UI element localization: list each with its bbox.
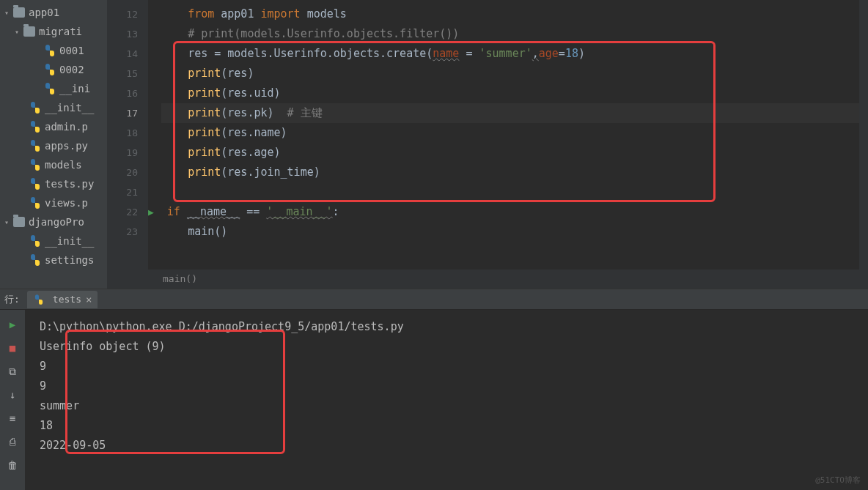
- tree-item-apps[interactable]: apps.py: [0, 136, 107, 155]
- tree-item-migrations[interactable]: ▾ migrati: [0, 22, 107, 41]
- run-panel-label: 行:: [4, 293, 20, 306]
- run-toolbar: ▶ ■ ⧉ ↓ ≡ ⎙ 🗑: [0, 310, 25, 490]
- line-number: 21: [107, 182, 138, 202]
- line-number: 18: [107, 123, 138, 143]
- python-file-icon: [44, 83, 56, 94]
- rerun-button[interactable]: ▶: [4, 316, 21, 333]
- soft-wrap-button[interactable]: ≡: [4, 409, 21, 427]
- code-line[interactable]: print(res.pk) # 主键: [161, 103, 859, 123]
- tree-label: __init__: [45, 102, 94, 114]
- line-number: 16: [107, 83, 138, 103]
- line-number: 12: [107, 4, 138, 24]
- tree-label: apps.py: [45, 140, 88, 152]
- console-line: summer: [40, 396, 853, 416]
- tree-label: 0002: [59, 64, 84, 75]
- code-line[interactable]: print(res.name): [161, 123, 859, 143]
- folder-icon: [13, 7, 25, 18]
- code-line[interactable]: print(res.age): [161, 143, 859, 163]
- console-line: Userinfo object (9): [40, 337, 853, 357]
- line-number-gutter: 12 13 14 15 16 17 18 19 20 21 22 23: [107, 0, 148, 289]
- code-area[interactable]: from app01 import models # print(models.…: [148, 0, 859, 289]
- tree-item-tests[interactable]: tests.py: [0, 174, 107, 193]
- console-output[interactable]: D:\python\python.exe D:/djangoProject9_5…: [25, 310, 868, 490]
- console-line: D:\python\python.exe D:/djangoProject9_5…: [40, 317, 853, 337]
- line-number: 15: [107, 64, 138, 83]
- line-number: 23: [107, 222, 138, 242]
- code-line[interactable]: from app01 import models: [161, 4, 859, 24]
- clear-button[interactable]: 🗑: [4, 456, 21, 474]
- tree-label: admin.p: [45, 121, 88, 133]
- run-tab-name: tests: [53, 294, 81, 305]
- tree-label: app01: [29, 7, 59, 18]
- tree-item-init[interactable]: __ini: [0, 79, 107, 98]
- code-line[interactable]: # print(models.Userinfo.objects.filter()…: [161, 24, 859, 44]
- python-file-icon: [29, 235, 41, 247]
- python-file-icon: [29, 140, 41, 152]
- tree-item-djangoproject[interactable]: ▾ djangoPro: [0, 212, 107, 231]
- tree-item-0002[interactable]: 0002: [0, 60, 107, 79]
- tree-item-admin[interactable]: admin.p: [0, 117, 107, 136]
- python-file-icon: [44, 45, 56, 56]
- run-tab-bar: 行: tests ×: [0, 289, 868, 310]
- run-tab[interactable]: tests ×: [27, 291, 98, 308]
- code-line[interactable]: print(res.uid): [161, 83, 859, 103]
- tree-label: models: [45, 159, 82, 171]
- tree-item-init[interactable]: __init__: [0, 231, 107, 250]
- line-number: 17: [107, 103, 138, 123]
- code-line[interactable]: ▶if __name__ == '__main__':: [161, 202, 859, 222]
- python-file-icon: [29, 254, 41, 266]
- python-file-icon: [34, 294, 44, 305]
- chevron-down-icon[interactable]: ▾: [4, 9, 13, 17]
- chevron-down-icon[interactable]: ▾: [15, 28, 23, 36]
- code-editor[interactable]: 12 13 14 15 16 17 18 19 20 21 22 23 from…: [107, 0, 868, 289]
- tree-item-views[interactable]: views.p: [0, 193, 107, 212]
- watermark: @51CTO博客: [815, 475, 861, 486]
- line-number: 13: [107, 24, 138, 44]
- console-line: 18: [40, 416, 853, 436]
- line-number: 20: [107, 163, 138, 182]
- tree-item-0001[interactable]: 0001: [0, 41, 107, 60]
- folder-icon: [23, 26, 35, 37]
- line-number: 22: [107, 202, 138, 222]
- code-line[interactable]: [161, 182, 859, 202]
- code-line[interactable]: print(res): [161, 64, 859, 83]
- tree-label: djangoPro: [29, 216, 84, 228]
- tree-label: migrati: [39, 26, 82, 37]
- tree-item-settings[interactable]: settings: [0, 250, 107, 270]
- tree-label: views.p: [45, 197, 88, 209]
- tree-label: settings: [45, 254, 94, 266]
- tree-label: 0001: [59, 45, 84, 56]
- code-line[interactable]: main(): [161, 222, 859, 242]
- print-button[interactable]: ⎙: [4, 433, 21, 450]
- chevron-down-icon[interactable]: ▾: [4, 218, 13, 226]
- code-line[interactable]: res = models.Userinfo.objects.create(nam…: [161, 44, 859, 64]
- python-file-icon: [29, 178, 41, 190]
- console-line: 9: [40, 357, 853, 376]
- layout-button[interactable]: ⧉: [4, 363, 21, 380]
- line-number: 14: [107, 44, 138, 64]
- close-icon[interactable]: ×: [86, 294, 92, 305]
- folder-icon: [13, 217, 25, 227]
- tree-label: __ini: [59, 83, 90, 94]
- stop-button[interactable]: ■: [4, 339, 21, 357]
- tree-item-models[interactable]: models: [0, 155, 107, 174]
- tree-item-app01[interactable]: ▾ app01: [0, 3, 107, 22]
- console-line: 9: [40, 376, 853, 396]
- python-file-icon: [44, 64, 56, 75]
- line-number: 19: [107, 143, 138, 163]
- console-line: 2022-09-05: [40, 436, 853, 456]
- python-file-icon: [29, 121, 41, 133]
- project-tree[interactable]: ▾ app01 ▾ migrati 0001 0002 __ini __init…: [0, 0, 107, 289]
- scrollbar[interactable]: [859, 0, 868, 289]
- tree-label: tests.py: [45, 178, 94, 190]
- code-line[interactable]: print(res.join_time): [161, 163, 859, 182]
- python-file-icon: [29, 102, 41, 114]
- python-file-icon: [29, 159, 41, 171]
- breadcrumb[interactable]: main(): [148, 270, 859, 289]
- tree-label: __init__: [45, 235, 94, 247]
- scroll-button[interactable]: ↓: [4, 386, 21, 404]
- run-gutter-icon[interactable]: ▶: [148, 207, 154, 218]
- python-file-icon: [29, 197, 41, 209]
- tree-item-init[interactable]: __init__: [0, 98, 107, 117]
